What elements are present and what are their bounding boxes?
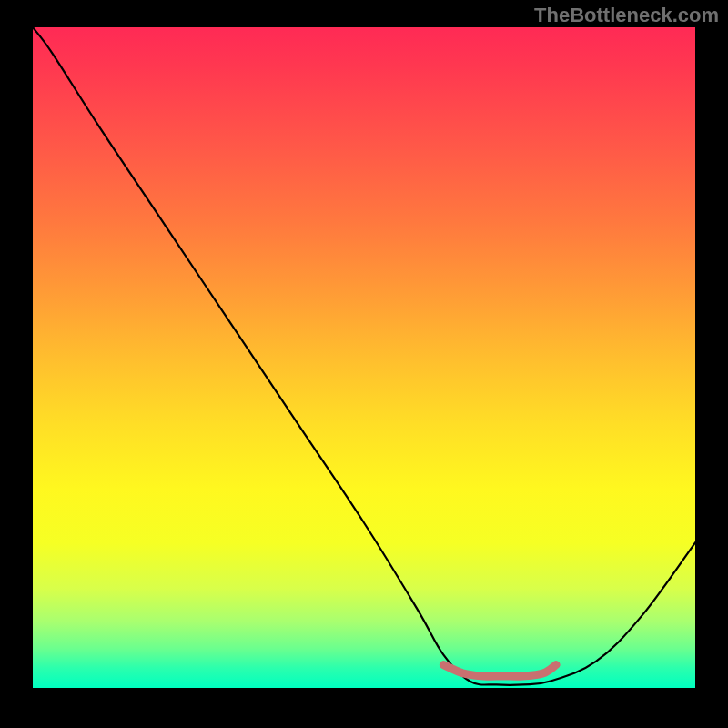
bottleneck-curve-path [33, 27, 695, 685]
chart-area [33, 27, 695, 688]
optimal-band-path [443, 665, 556, 677]
watermark-text: TheBottleneck.com [534, 4, 719, 27]
chart-svg [33, 27, 695, 688]
